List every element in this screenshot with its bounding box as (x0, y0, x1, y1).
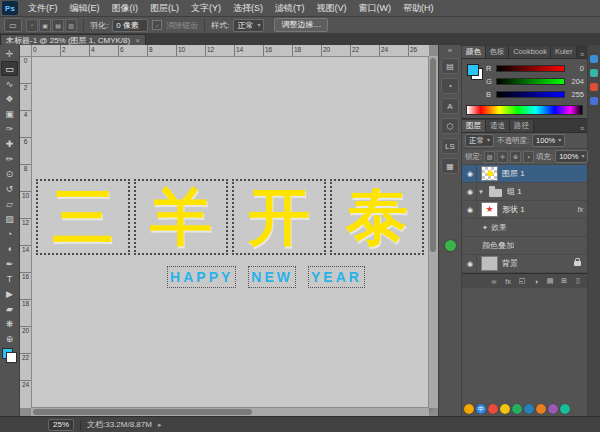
menu-item[interactable]: 帮助(H) (397, 0, 440, 16)
visibility-toggle[interactable]: ◉ (464, 165, 477, 182)
menu-item[interactable]: 选择(S) (227, 0, 269, 16)
swatches-panel-icon[interactable]: ▤ (441, 58, 459, 74)
layer-group-icon[interactable]: ▤ (545, 277, 555, 285)
hand-tool[interactable]: ❋ (1, 316, 18, 331)
path-selection-tool[interactable]: ▶ (1, 286, 18, 301)
scrollbar-thumb[interactable] (33, 409, 252, 415)
layer-row[interactable]: ◉图层 1 (462, 165, 587, 183)
background-color-swatch[interactable] (6, 352, 17, 363)
shortcut-icon-4[interactable] (500, 404, 510, 414)
foreground-color-swatch[interactable] (467, 64, 479, 76)
rectangular-marquee-tool[interactable]: ▭ (1, 61, 18, 76)
layer-style-icon[interactable]: fx (503, 278, 513, 285)
panel-menu-icon[interactable]: ≡ (577, 125, 587, 132)
clone-stamp-tool[interactable]: ⊙ (1, 166, 18, 181)
layer-mask-icon[interactable]: ◱ (517, 277, 527, 285)
menu-item[interactable]: 图像(I) (106, 0, 145, 16)
dodge-tool[interactable]: ◖ (1, 241, 18, 256)
eraser-tool[interactable]: ▱ (1, 196, 18, 211)
layer-row[interactable]: ◉背景 (462, 255, 587, 273)
channel-value[interactable]: 255 (568, 90, 584, 99)
plugin-badge-icon[interactable] (445, 240, 456, 251)
color-panel-tab[interactable]: Cookbook (509, 46, 551, 58)
lasso-tool[interactable]: ∿ (1, 76, 18, 91)
refine-edge-button[interactable]: 调整边缘… (274, 18, 328, 32)
tool-color-swatches[interactable] (2, 348, 17, 363)
quick-selection-tool[interactable]: ❖ (1, 91, 18, 106)
type-tool[interactable]: T (1, 271, 18, 286)
healing-brush-tool[interactable]: ✚ (1, 136, 18, 151)
fill-field[interactable]: 100%▾ (555, 150, 588, 163)
visibility-toggle[interactable]: ◉ (464, 183, 477, 200)
history-panel-icon[interactable]: ◔ (441, 78, 459, 94)
edge-panel-icon-2[interactable] (590, 69, 598, 77)
link-layers-icon[interactable]: ∞ (489, 278, 499, 285)
color-spectrum-ramp[interactable] (466, 105, 583, 115)
delete-layer-icon[interactable]: ▯ (573, 277, 583, 285)
shortcut-icon-5[interactable] (512, 404, 522, 414)
eyedropper-tool[interactable]: ✑ (1, 121, 18, 136)
panel-menu-icon[interactable]: ≡ (577, 51, 587, 58)
shortcut-icon-9[interactable] (560, 404, 570, 414)
status-options-arrow-icon[interactable]: ▸ (158, 421, 162, 429)
color-panel-tab[interactable]: 颜色 (462, 46, 486, 58)
menu-item[interactable]: 文字(Y) (185, 0, 227, 16)
group-expander-icon[interactable]: ▼ (478, 189, 484, 195)
layer-row[interactable]: ◉▼组 1 (462, 183, 587, 201)
adjustment-layer-icon[interactable]: ◑ (531, 278, 541, 285)
menu-item[interactable]: 编辑(E) (64, 0, 106, 16)
visibility-toggle[interactable]: ◉ (464, 255, 477, 272)
history-brush-tool[interactable]: ↺ (1, 181, 18, 196)
add-selection-icon[interactable]: ▣ (39, 19, 51, 32)
lock-button-icon[interactable]: ⊕ (510, 151, 521, 163)
shortcut-icon-8[interactable] (548, 404, 558, 414)
character-panel-icon[interactable]: A (441, 98, 459, 114)
lock-button-icon[interactable]: ▪ (523, 151, 534, 163)
menu-item[interactable]: 图层(L) (144, 0, 185, 16)
feather-input[interactable]: 0 像素 (112, 19, 148, 32)
color-panel-tab[interactable]: 色板 (486, 46, 510, 58)
lock-button-icon[interactable]: ✛ (497, 151, 508, 163)
zoom-tool[interactable]: ⊕ (1, 331, 18, 346)
shortcut-icon-6[interactable] (524, 404, 534, 414)
menu-item[interactable]: 视图(V) (311, 0, 353, 16)
shape-tool[interactable]: ▰ (1, 301, 18, 316)
channel-slider[interactable] (496, 91, 565, 98)
brush-tool[interactable]: ✏ (1, 151, 18, 166)
styles-panel-icon[interactable]: ▦ (441, 158, 459, 174)
pen-tool[interactable]: ✒ (1, 256, 18, 271)
expand-panels-icon[interactable]: « (448, 45, 452, 56)
edge-panel-icon-1[interactable] (590, 55, 598, 63)
shortcut-icon-3[interactable] (488, 404, 498, 414)
menu-item[interactable]: 滤镜(T) (269, 0, 311, 16)
color-panel-tab[interactable]: Kuler (551, 46, 577, 58)
channel-slider[interactable] (496, 65, 565, 72)
style-dropdown[interactable]: 正常▾ (233, 19, 264, 32)
subtract-selection-icon[interactable]: ▤ (52, 19, 64, 32)
lock-button-icon[interactable]: ▨ (484, 151, 495, 163)
blur-tool[interactable]: ◔ (1, 226, 18, 241)
scrollbar-thumb[interactable] (430, 58, 436, 252)
gradient-tool[interactable]: ▨ (1, 211, 18, 226)
visibility-toggle[interactable]: ◉ (464, 201, 477, 218)
layers-panel-tab[interactable]: 图层 (462, 120, 486, 132)
shortcut-icon-7[interactable] (536, 404, 546, 414)
zoom-level-field[interactable]: 25% (48, 419, 74, 431)
shortcut-icon-2[interactable]: 中 (476, 404, 486, 414)
3d-panel-icon[interactable]: ⬡ (441, 118, 459, 134)
move-tool[interactable]: ✛ (1, 46, 18, 61)
channel-value[interactable]: 204 (568, 77, 584, 86)
edge-panel-icon-3[interactable] (590, 83, 598, 91)
channel-slider[interactable] (496, 78, 565, 85)
blend-mode-dropdown[interactable]: 正常▾ (465, 134, 494, 147)
layers-panel-tab[interactable]: 通道 (486, 120, 510, 132)
layer-row[interactable]: ✦效果 (462, 219, 587, 237)
channel-value[interactable]: 0 (568, 64, 584, 73)
new-layer-icon[interactable]: ⊞ (559, 277, 569, 285)
vertical-scrollbar[interactable] (428, 56, 438, 408)
layers-panel-tab[interactable]: 路径 (510, 120, 534, 132)
menu-item[interactable]: 文件(F) (22, 0, 64, 16)
opacity-field[interactable]: 100%▾ (532, 134, 565, 147)
new-selection-icon[interactable]: ▫ (26, 19, 38, 32)
layer-row[interactable]: ◉★形状 1fx (462, 201, 587, 219)
